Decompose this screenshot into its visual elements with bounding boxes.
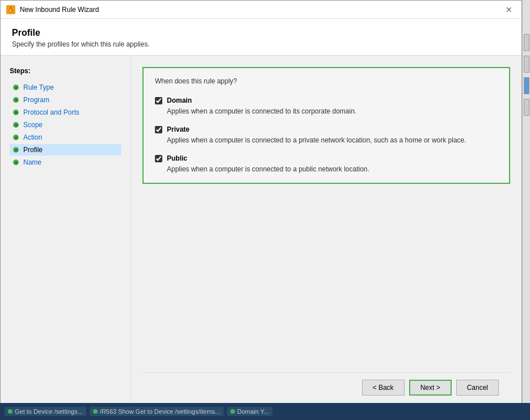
taskbar-item-2[interactable]: /R563 Show Get to Device /settings/items… xyxy=(90,407,224,416)
back-button[interactable]: < Back xyxy=(362,380,405,396)
private-title: Private xyxy=(167,125,190,133)
wizard-icon xyxy=(6,5,15,14)
right-hint-btn-3 xyxy=(524,77,529,94)
step-label-action: Action xyxy=(23,133,42,141)
step-dot-name xyxy=(13,159,19,165)
sidebar-item-name[interactable]: Name xyxy=(10,157,121,168)
right-hint-btn-4 xyxy=(524,99,529,116)
step-dot-action xyxy=(13,135,19,140)
taskbar-label-3: Domain Y... xyxy=(237,408,269,415)
dialog-header: Profile Specify the profiles for which t… xyxy=(1,19,521,56)
step-dot-profile xyxy=(13,147,19,153)
steps-label: Steps: xyxy=(10,67,121,75)
step-dot-protocol-ports xyxy=(13,110,19,115)
dialog-content: Profile Specify the profiles for which t… xyxy=(1,19,521,414)
domain-description: Applies when a computer is connected to … xyxy=(167,107,498,116)
next-button[interactable]: Next > xyxy=(409,380,452,396)
profile-option-private: Private Applies when a computer is conne… xyxy=(155,125,498,145)
content-panel: When does this rule apply? Domain Applie… xyxy=(131,56,521,414)
step-label-protocol-ports: Protocol and Ports xyxy=(23,108,79,116)
page-title: Profile xyxy=(12,28,510,38)
right-panel-hint xyxy=(522,0,530,420)
taskbar-dot-3 xyxy=(230,409,235,414)
taskbar-item-1[interactable]: Get to Device /settings... xyxy=(5,407,86,416)
public-title: Public xyxy=(167,154,187,162)
profile-box: When does this rule apply? Domain Applie… xyxy=(142,67,510,184)
public-checkbox[interactable] xyxy=(155,155,162,162)
step-label-name: Name xyxy=(23,158,41,166)
taskbar-item-3[interactable]: Domain Y... xyxy=(227,407,272,416)
taskbar-label-2: /R563 Show Get to Device /settings/items… xyxy=(100,408,220,415)
dialog-window: New Inbound Rule Wizard ✕ Profile Specif… xyxy=(0,0,522,414)
step-label-rule-type: Rule Type xyxy=(23,83,54,91)
steps-sidebar: Steps: Rule Type Program Protocol and Po… xyxy=(1,56,131,414)
taskbar-label-1: Get to Device /settings... xyxy=(15,408,83,415)
dialog-footer: < Back Next > Cancel xyxy=(142,372,510,402)
taskbar-dot-2 xyxy=(93,409,98,414)
private-checkbox[interactable] xyxy=(155,126,162,133)
private-description: Applies when a computer is connected to … xyxy=(167,136,498,145)
profile-option-public: Public Applies when a computer is connec… xyxy=(155,154,498,174)
cancel-button[interactable]: Cancel xyxy=(456,380,499,396)
sidebar-item-protocol-ports[interactable]: Protocol and Ports xyxy=(10,107,121,118)
close-button[interactable]: ✕ xyxy=(502,3,516,16)
dialog-body: Steps: Rule Type Program Protocol and Po… xyxy=(1,56,521,414)
public-description: Applies when a computer is connected to … xyxy=(167,165,498,174)
profile-option-domain: Domain Applies when a computer is connec… xyxy=(155,96,498,116)
sidebar-item-rule-type[interactable]: Rule Type xyxy=(10,82,121,93)
sidebar-item-scope[interactable]: Scope xyxy=(10,119,121,131)
step-dot-rule-type xyxy=(13,85,19,90)
profile-question: When does this rule apply? xyxy=(155,77,498,85)
right-hint-btn-1 xyxy=(524,34,529,51)
step-label-scope: Scope xyxy=(23,121,43,129)
step-dot-program xyxy=(13,97,19,103)
dialog-title: New Inbound Rule Wizard xyxy=(20,6,99,14)
right-hint-btn-2 xyxy=(524,56,529,73)
sidebar-item-action[interactable]: Action xyxy=(10,132,121,143)
sidebar-item-program[interactable]: Program xyxy=(10,94,121,106)
taskbar-dot-1 xyxy=(8,409,12,414)
domain-title: Domain xyxy=(167,96,192,104)
taskbar-hint: Get to Device /settings... /R563 Show Ge… xyxy=(0,403,530,420)
title-bar: New Inbound Rule Wizard ✕ xyxy=(1,1,521,19)
sidebar-item-profile[interactable]: Profile xyxy=(10,144,121,156)
step-label-program: Program xyxy=(23,96,49,104)
step-label-profile: Profile xyxy=(23,146,43,154)
step-dot-scope xyxy=(13,122,19,128)
page-description: Specify the profiles for which this rule… xyxy=(12,40,510,48)
domain-checkbox[interactable] xyxy=(155,97,162,104)
